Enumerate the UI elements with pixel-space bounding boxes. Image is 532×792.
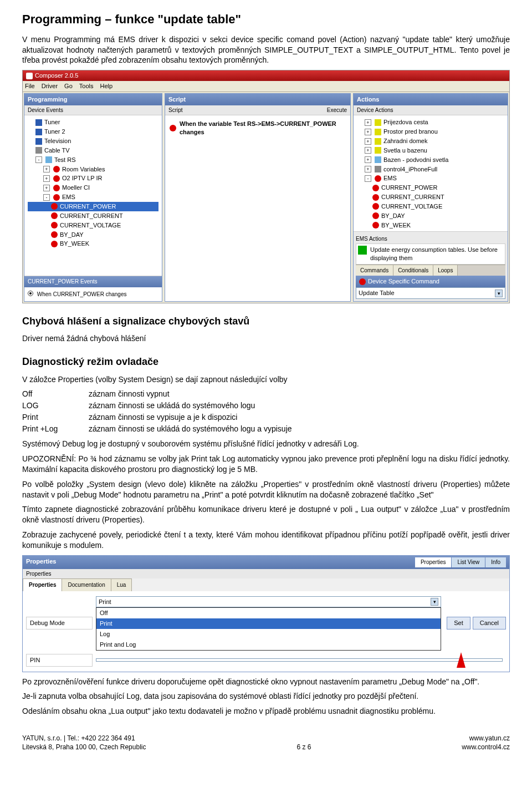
tree-item[interactable]: CURRENT_VOLTAGE <box>357 202 504 211</box>
rtab-listview[interactable]: List View <box>452 557 485 567</box>
tree-item-label: Bazen - podvodni svetla <box>383 156 448 164</box>
tree-item-label: CURRENT_CURRENT <box>381 193 444 201</box>
radio-label[interactable]: When CURRENT_POWER changes <box>37 291 127 297</box>
definition-desc: záznam činnosti se vypisuje a je k dispo… <box>89 412 510 423</box>
radio-icon[interactable] <box>28 291 33 296</box>
rtab-info[interactable]: Info <box>485 557 506 567</box>
tree-item[interactable]: +control4_iPhoneFull <box>357 165 504 174</box>
tree-item-label: O2 IPTV LP IR <box>62 174 103 182</box>
expand-icon[interactable]: + <box>365 119 371 126</box>
paragraph-after1: Po zprovoznění/ověření funkce driveru do… <box>22 677 510 687</box>
option-print[interactable]: Print <box>96 618 441 629</box>
tree-item[interactable]: Television <box>28 136 158 146</box>
heading-errors: Chybová hlášení a signalizace chybových … <box>22 314 510 328</box>
tree-item[interactable]: +Svetla u bazenu <box>357 146 504 155</box>
node-icon <box>35 129 42 135</box>
panel-programming: Programming Device Events TunerTuner 2Te… <box>24 93 162 302</box>
node-icon <box>51 212 58 219</box>
collapse-icon[interactable]: - <box>365 175 371 182</box>
tab-commands[interactable]: Commands <box>356 265 393 276</box>
tree-item[interactable]: -Test RS <box>28 155 158 165</box>
node-icon <box>45 156 52 163</box>
node-icon <box>372 194 379 201</box>
execute-button[interactable]: Execute <box>327 106 347 114</box>
ptab-lua[interactable]: Lua <box>111 578 132 591</box>
tree-item[interactable]: CURRENT_POWER <box>28 202 158 211</box>
option-log[interactable]: Log <box>96 629 441 639</box>
chevron-down-icon[interactable]: ▾ <box>431 598 438 606</box>
tree-item[interactable]: CURRENT_VOLTAGE <box>28 221 158 230</box>
tree-item[interactable]: +Prijezdova cesta <box>357 118 504 127</box>
rtab-properties[interactable]: Properties <box>415 557 452 567</box>
tree-item[interactable]: Tuner <box>28 118 158 127</box>
debugmode-value: Print <box>99 598 111 606</box>
tree-item[interactable]: BY_WEEK <box>28 239 158 248</box>
expand-icon[interactable]: + <box>365 166 371 172</box>
expand-icon[interactable]: + <box>43 185 50 191</box>
chevron-down-icon[interactable]: ▾ <box>495 290 503 297</box>
node-icon <box>53 175 60 182</box>
definition-desc: záznam činnosti se ukládá do systémového… <box>89 400 510 411</box>
heading-programming: Programming – funkce "update table" <box>22 11 510 28</box>
tree-item[interactable]: +Bazen - podvodni svetla <box>357 155 504 165</box>
tab-conditionals[interactable]: Conditionals <box>393 265 433 276</box>
ptab-properties[interactable]: Properties <box>23 578 62 591</box>
script-sub-label: Script <box>168 106 183 114</box>
expand-icon[interactable]: + <box>43 175 50 182</box>
tree-item[interactable]: -EMS <box>28 192 158 202</box>
tab-loops[interactable]: Loops <box>433 265 458 276</box>
tree-item[interactable]: BY_DAY <box>28 230 158 240</box>
tree-item-label: Moeller CI <box>62 184 90 192</box>
pin-input[interactable] <box>96 658 503 662</box>
composer-titlebar: Composer 2.0.5 <box>23 70 509 81</box>
tree-item-label: EMS <box>383 174 397 182</box>
collapse-icon[interactable]: - <box>43 194 50 201</box>
definition-desc: záznam činnosti se ukládá do systémového… <box>89 424 510 434</box>
expand-icon[interactable]: + <box>365 156 371 163</box>
collapse-icon[interactable]: - <box>35 156 42 163</box>
tree-item[interactable]: BY_DAY <box>357 211 504 221</box>
tree-item-label: BY_DAY <box>381 212 405 220</box>
sub-device-actions: Device Actions <box>354 105 508 116</box>
option-off[interactable]: Off <box>96 608 441 618</box>
tree-item[interactable]: +Prostor pred branou <box>357 127 504 136</box>
expand-icon[interactable]: + <box>365 138 371 145</box>
expand-icon[interactable]: + <box>365 147 371 154</box>
ptab-documentation[interactable]: Documentation <box>62 578 111 591</box>
definition-term: Off <box>22 389 89 399</box>
menu-help[interactable]: Help <box>100 82 112 90</box>
option-printlog[interactable]: Print and Log <box>96 639 441 650</box>
menu-go[interactable]: Go <box>64 82 73 90</box>
expand-icon[interactable]: + <box>43 166 50 172</box>
tree-item[interactable]: CURRENT_POWER <box>357 183 504 192</box>
node-icon <box>53 185 60 191</box>
cancel-button[interactable]: Cancel <box>473 617 506 629</box>
paragraph-debug-log: Systémový Debug log je dostupný v soubor… <box>22 439 510 449</box>
tree-item[interactable]: -EMS <box>357 174 504 183</box>
tree-item[interactable]: +O2 IPTV LP IR <box>28 174 158 183</box>
tree-item-label: CURRENT_POWER <box>381 184 437 192</box>
menu-file[interactable]: File <box>25 82 35 90</box>
tree-item[interactable]: +Room Variables <box>28 165 158 174</box>
debugmode-options[interactable]: Off Print Log Print and Log <box>96 607 441 650</box>
tree-item[interactable]: CURRENT_CURRENT <box>357 192 504 202</box>
node-icon <box>53 194 60 201</box>
tree-item[interactable]: Cable TV <box>28 146 158 155</box>
node-icon <box>372 222 379 229</box>
menu-driver[interactable]: Driver <box>42 82 58 90</box>
set-button[interactable]: Set <box>447 617 470 629</box>
debugmode-select[interactable]: Print ▾ <box>96 596 441 608</box>
tree-item[interactable]: +Zahradni domek <box>357 136 504 146</box>
tree-item[interactable]: BY_WEEK <box>357 221 504 230</box>
tree-device-actions[interactable]: +Prijezdova cesta+Prostor pred branou+Za… <box>354 115 508 231</box>
tree-device-events[interactable]: TunerTuner 2TelevisionCable TV-Test RS+R… <box>24 115 162 276</box>
tree-item[interactable]: CURRENT_CURRENT <box>28 211 158 221</box>
tree-item-label: Prostor pred branou <box>383 128 438 136</box>
footer-company: YATUN, s.r.o. | Tel.: +420 222 364 491 <box>22 734 146 743</box>
expand-icon[interactable]: + <box>365 129 371 135</box>
tree-item[interactable]: +Moeller CI <box>28 183 158 192</box>
tree-item[interactable]: Tuner 2 <box>28 127 158 136</box>
update-table-dropdown[interactable]: Update Table ▾ <box>356 287 505 299</box>
menu-tools[interactable]: Tools <box>79 82 94 90</box>
properties-title: Properties <box>26 557 56 567</box>
